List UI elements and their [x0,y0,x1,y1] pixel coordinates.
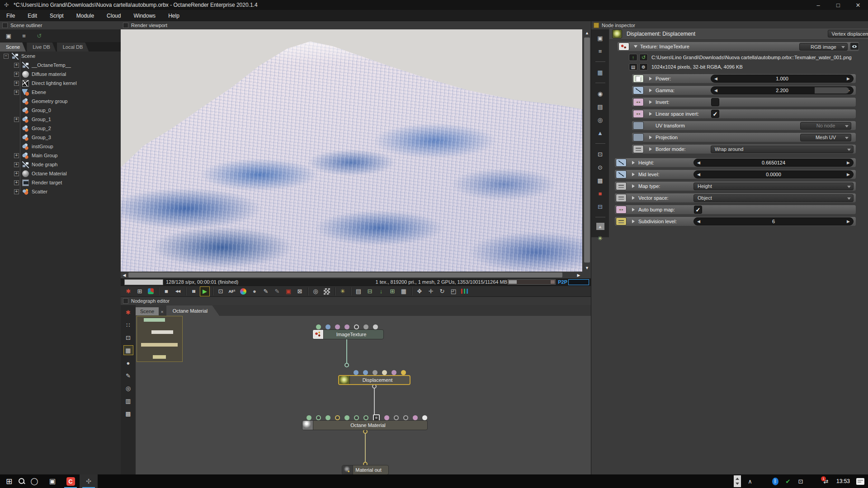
menu-item[interactable]: Cloud [100,10,127,21]
tree-row[interactable]: __OctaneTemp__ [0,61,121,70]
menu-item[interactable]: Module [70,10,100,21]
panel-toggle-icon[interactable] [123,23,128,28]
node-imagetexture[interactable]: ImageTexture [312,329,384,339]
node-pin[interactable] [392,370,396,375]
copy-image-icon[interactable]: ▤ [354,286,363,296]
param-dropdown[interactable]: Object [693,194,854,202]
axis-gizmo-icon[interactable] [460,286,470,296]
separator[interactable] [411,287,412,296]
node-pin[interactable] [344,324,349,329]
param-expand-icon[interactable] [632,208,635,211]
node-pin[interactable] [382,370,387,375]
pan-icon[interactable]: ✥ [415,286,425,296]
node-pin[interactable] [363,370,368,375]
separator[interactable] [307,287,308,296]
orbit-icon[interactable]: ↻ [437,286,447,296]
texture-type-dropdown[interactable]: RGB image [799,43,848,51]
play-icon[interactable]: ▶ [200,286,210,296]
refresh-icon[interactable]: ↺ [34,31,44,41]
param-checkbox[interactable] [711,98,719,106]
render-viewport[interactable] [121,29,582,272]
increment-icon[interactable]: ▶ [847,88,850,93]
tree-expander-icon[interactable] [14,171,19,176]
node-pin[interactable] [401,370,406,375]
param-checkbox[interactable] [694,206,702,214]
camera-icon[interactable]: ◉ [595,89,605,99]
param-slider[interactable]: ◀ 2.200 ▶ [711,86,854,94]
menu-item[interactable]: File [0,10,21,21]
menu-item[interactable]: Edit [21,10,43,21]
start-button[interactable]: ⊞ [0,474,18,488]
viewport-horizontal-scrollbar[interactable]: ◀ ▶ [121,272,591,278]
panel-toggle-icon[interactable] [123,298,128,304]
param-value[interactable]: 0.0000 [766,172,781,177]
panel-toggle-icon[interactable] [2,23,8,28]
node-pin[interactable] [373,324,378,329]
node-pin[interactable] [373,370,377,375]
node-pin[interactable] [354,415,359,420]
tree-expander-icon[interactable] [14,180,19,185]
tree-row[interactable]: Group_0 [0,106,121,115]
param-checkbox[interactable] [711,110,719,118]
node-displacement[interactable]: Displacement [338,375,410,385]
export-image-icon[interactable]: ▦ [399,286,409,296]
white-balance-picker-icon[interactable]: ✎ [272,286,282,296]
node-pin[interactable] [307,415,311,420]
node-octane-material[interactable]: Octane Material [302,420,428,430]
render-region-icon[interactable]: ⊠ [295,286,305,296]
param-expand-icon[interactable] [649,136,652,139]
fit-view-icon[interactable]: ◰ [448,286,458,296]
fullscreen-icon[interactable]: ⊡ [216,286,226,296]
node-pin[interactable] [335,324,340,329]
node-pin[interactable] [413,415,418,420]
param-value[interactable]: 2.200 [776,88,788,93]
panel-toggle-icon[interactable] [594,23,599,28]
tree-expander-icon[interactable] [14,153,19,158]
param-slider[interactable]: ◀ 0.6650124 ▶ [693,159,854,167]
node-pin[interactable] [354,370,359,375]
param-dropdown[interactable]: No node [800,122,851,130]
speaker-icon[interactable] [807,474,819,488]
camtasia-app[interactable]: C [61,474,80,488]
tree-row[interactable]: Group_1 [0,115,121,124]
geometry-icon[interactable]: ▲ [595,128,605,138]
outliner-tab[interactable]: Live DB [27,42,56,52]
windows-stack-icon[interactable]: ▣ [595,33,605,43]
stop-icon[interactable]: ■ [161,286,171,296]
param-value[interactable]: 0.6650124 [762,160,785,165]
node-pin[interactable] [316,415,321,420]
param-expand-icon[interactable] [632,184,635,188]
param-expand-icon[interactable] [649,89,652,92]
refresh-image-icon[interactable]: ↺ [639,54,648,61]
param-slider[interactable]: ◀ 0.0000 ▶ [693,170,854,178]
tree-row[interactable]: Octane Material [0,169,121,178]
tree-expander-icon[interactable] [14,162,19,167]
save-passes-icon[interactable]: ⊞ [387,286,397,296]
node-pin[interactable] [384,415,389,420]
tree-row[interactable]: Scatter [0,187,121,196]
tree-row[interactable]: Diffuse material [0,70,121,79]
ng-material-icon[interactable]: ● [123,358,133,368]
tree-row[interactable]: Direct lighting kernel [0,79,121,88]
af-overlay-icon[interactable]: AF¹ [227,286,237,296]
vertical-scroll-thumb[interactable] [584,38,590,263]
outliner-tab[interactable]: Scene [0,42,26,52]
kernel-icon[interactable]: ▩ [595,175,605,185]
menu-item[interactable]: Script [43,10,70,21]
horizontal-scroll-thumb[interactable] [128,272,562,277]
close-tab-icon[interactable]: × [160,309,163,314]
close-button[interactable]: ✕ [848,0,868,10]
clock[interactable]: 13:53 [833,478,854,484]
collapse-all-icon[interactable]: ≡ [19,31,29,41]
denoiser-icon[interactable]: ✳ [338,286,348,296]
increment-icon[interactable]: ▶ [847,160,850,165]
separator[interactable] [158,287,159,296]
tab-scene[interactable]: Scene [136,307,159,315]
search-button[interactable] [18,478,25,485]
rgb-cube-icon[interactable] [148,288,154,294]
ng-minimap-icon[interactable]: ▦ [123,345,133,355]
ng-render-icon[interactable]: ✱ [123,307,133,317]
separator[interactable] [212,287,213,296]
nodegraph-minimap[interactable] [137,316,183,362]
decrement-icon[interactable]: ◀ [697,172,700,177]
